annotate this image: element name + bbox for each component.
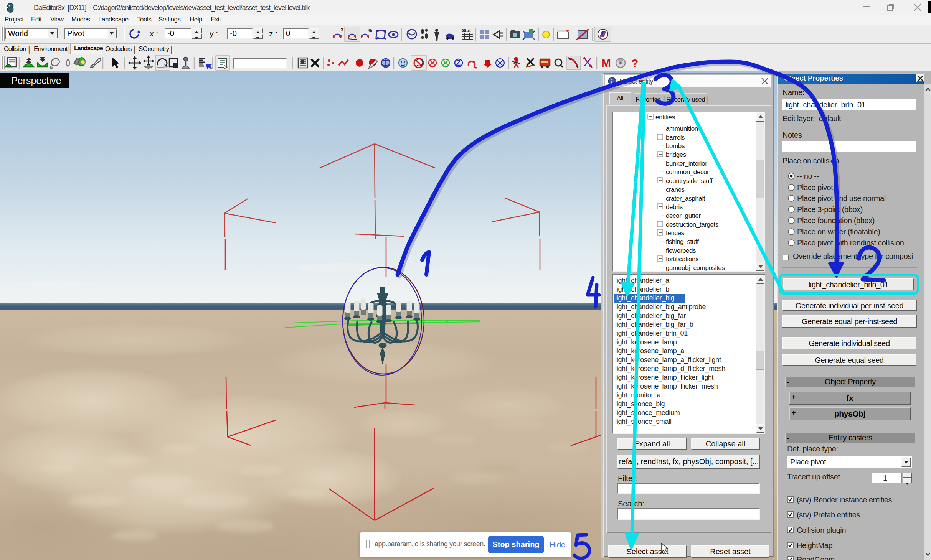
svg-text:bunker_interior: bunker_interior [666,160,707,167]
svg-text:flowerbeds: flowerbeds [666,247,696,254]
svg-text:destruction_targets: destruction_targets [666,221,718,228]
svg-text:debris: debris [666,203,683,211]
svg-text:countryside_stuff: countryside_stuff [666,177,713,184]
svg-text:fishing_stuff: fishing_stuff [666,238,699,245]
svg-text:M: M [601,56,611,69]
svg-text:fences: fences [666,229,684,237]
svg-text:common_decor: common_decor [666,168,709,176]
svg-text:i: i [611,78,613,85]
svg-text:Stat: Stat [462,28,471,33]
svg-text:barrels: barrels [666,134,685,141]
svg-text:gameobj_composites: gameobj_composites [666,264,725,271]
svg-text:3: 3 [341,27,343,33]
svg-text:crater_asphalt: crater_asphalt [666,195,705,202]
svg-text:Z: Z [456,59,461,67]
svg-text:fortifications: fortifications [666,255,698,263]
svg-text:bridges: bridges [666,151,686,158]
svg-text:ammunition: ammunition [666,125,698,132]
svg-text:cranes: cranes [666,186,685,193]
svg-text:?: ? [631,57,638,69]
svg-text:entities: entities [655,114,675,121]
svg-text:bombs: bombs [666,142,685,150]
svg-text:%: % [368,28,372,33]
svg-text:decor_gutter: decor_gutter [666,212,701,219]
